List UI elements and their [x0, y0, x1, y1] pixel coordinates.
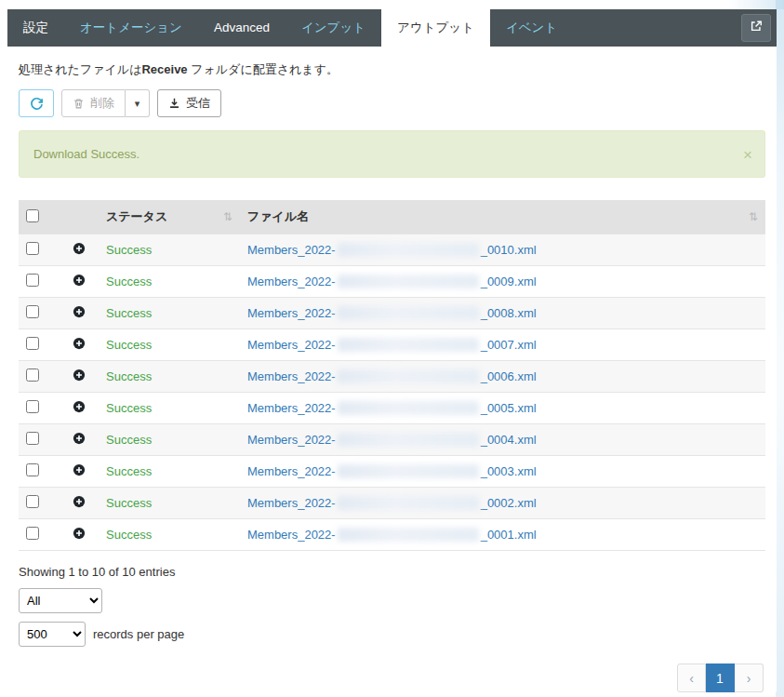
toolbar: 削除 ▾ 受信 — [19, 89, 765, 117]
expand-row-icon[interactable] — [73, 527, 86, 540]
filename-column-header[interactable]: ファイル名⇅ — [240, 200, 765, 235]
receive-button[interactable]: 受信 — [157, 89, 221, 117]
pagination-page-1-button[interactable]: 1 — [706, 663, 735, 692]
expand-row-icon[interactable] — [73, 495, 86, 508]
expand-row-icon[interactable] — [73, 463, 86, 476]
external-link-icon — [750, 20, 763, 36]
delete-button-label: 削除 — [90, 95, 114, 112]
row-checkbox[interactable] — [26, 432, 39, 445]
row-checkbox[interactable] — [26, 369, 39, 382]
table-row: Success Members_2022-_0003.xml — [19, 456, 765, 488]
status-text: Success — [106, 401, 152, 415]
expand-row-icon[interactable] — [73, 369, 86, 382]
chevron-right-icon: › — [747, 671, 751, 686]
status-text: Success — [106, 369, 152, 383]
table-row: Success Members_2022-_0002.xml — [19, 488, 765, 519]
redacted-filename-segment — [338, 496, 479, 510]
table-row: Success Members_2022-_0009.xml — [19, 266, 765, 298]
pagination-prev-button[interactable]: ‹ — [677, 663, 706, 692]
refresh-button[interactable] — [19, 89, 54, 117]
file-link[interactable]: Members_2022-_0003.xml — [247, 464, 537, 478]
file-link[interactable]: Members_2022-_0006.xml — [247, 369, 537, 383]
sort-icon: ⇅ — [223, 210, 233, 223]
tab-output[interactable]: アウトプット — [381, 9, 490, 47]
status-text: Success — [106, 338, 152, 352]
redacted-filename-segment — [338, 464, 479, 478]
delete-dropdown-button[interactable]: ▾ — [126, 89, 150, 117]
table-row: Success Members_2022-_0007.xml — [19, 329, 765, 361]
redacted-filename-segment — [338, 306, 479, 320]
file-link[interactable]: Members_2022-_0004.xml — [247, 433, 537, 447]
redacted-filename-segment — [338, 528, 479, 542]
download-icon — [168, 97, 180, 110]
table-row: Success Members_2022-_0008.xml — [19, 298, 765, 329]
file-link[interactable]: Members_2022-_0007.xml — [247, 338, 537, 352]
table-row: Success Members_2022-_0001.xml — [19, 519, 765, 551]
row-checkbox[interactable] — [26, 337, 39, 350]
status-text: Success — [106, 306, 152, 320]
table-row: Success Members_2022-_0010.xml — [19, 235, 765, 266]
tab-input[interactable]: インプット — [286, 9, 381, 47]
row-checkbox[interactable] — [26, 242, 39, 255]
open-external-button[interactable] — [741, 14, 771, 42]
tab-automation[interactable]: オートメーション — [64, 9, 198, 47]
records-per-page-row: 500 records per page — [19, 622, 765, 647]
table-row: Success Members_2022-_0004.xml — [19, 424, 765, 456]
row-checkbox[interactable] — [26, 527, 39, 540]
status-text: Success — [106, 496, 152, 510]
status-text: Success — [106, 433, 152, 447]
caret-down-icon: ▾ — [135, 98, 140, 110]
status-text: Success — [106, 243, 152, 257]
file-link[interactable]: Members_2022-_0001.xml — [247, 528, 537, 542]
trash-icon — [73, 97, 85, 110]
expand-row-icon[interactable] — [73, 400, 86, 413]
showing-entries-text: Showing 1 to 10 of 10 entries — [19, 565, 765, 579]
status-text: Success — [106, 464, 152, 478]
row-checkbox[interactable] — [26, 463, 39, 476]
files-table: ステータス⇅ ファイル名⇅ — [19, 200, 765, 551]
tab-advanced[interactable]: Advanced — [198, 9, 286, 47]
file-link[interactable]: Members_2022-_0008.xml — [247, 306, 537, 320]
description-text: 処理されたファイルはReceive フォルダに配置されます。 — [19, 61, 765, 78]
expand-row-icon[interactable] — [73, 305, 86, 318]
status-text: Success — [106, 528, 152, 542]
status-text: Success — [106, 275, 152, 288]
refresh-icon — [30, 97, 44, 111]
tab-settings[interactable]: 設定 — [7, 9, 64, 47]
row-checkbox[interactable] — [26, 274, 39, 287]
page: 設定 オートメーション Advanced インプット アウトプット イベント 処… — [0, 0, 784, 692]
select-all-checkbox[interactable] — [26, 209, 39, 222]
file-link[interactable]: Members_2022-_0005.xml — [247, 401, 537, 415]
alert-close-icon[interactable]: × — [743, 146, 752, 162]
tab-events[interactable]: イベント — [490, 9, 573, 47]
table-row: Success Members_2022-_0005.xml — [19, 393, 765, 424]
redacted-filename-segment — [338, 401, 479, 415]
records-per-page-label: records per page — [93, 627, 184, 641]
output-panel: 処理されたファイルはReceive フォルダに配置されます。 — [7, 47, 777, 692]
expand-row-icon[interactable] — [73, 242, 86, 255]
file-link[interactable]: Members_2022-_0009.xml — [247, 275, 537, 288]
row-checkbox[interactable] — [26, 400, 39, 413]
expand-column-header — [65, 200, 99, 235]
row-checkbox[interactable] — [26, 495, 39, 508]
sort-icon: ⇅ — [749, 210, 758, 223]
records-per-page-select[interactable]: 500 — [19, 622, 86, 647]
expand-row-icon[interactable] — [73, 337, 86, 350]
delete-button-group: 削除 ▾ — [61, 89, 150, 117]
redacted-filename-segment — [338, 243, 479, 257]
redacted-filename-segment — [338, 433, 479, 447]
page-length-select[interactable]: All — [19, 588, 102, 613]
file-link[interactable]: Members_2022-_0010.xml — [247, 243, 537, 257]
receive-button-label: 受信 — [186, 95, 210, 112]
file-link[interactable]: Members_2022-_0002.xml — [247, 496, 537, 510]
status-column-header[interactable]: ステータス⇅ — [99, 200, 240, 235]
tab-bar: 設定 オートメーション Advanced インプット アウトプット イベント — [7, 9, 777, 47]
table-row: Success Members_2022-_0006.xml — [19, 361, 765, 393]
expand-row-icon[interactable] — [73, 274, 86, 287]
expand-row-icon[interactable] — [73, 432, 86, 445]
pagination-next-button[interactable]: › — [735, 663, 764, 692]
delete-button[interactable]: 削除 — [61, 89, 126, 117]
row-checkbox[interactable] — [26, 305, 39, 318]
redacted-filename-segment — [338, 369, 479, 383]
redacted-filename-segment — [338, 275, 479, 288]
